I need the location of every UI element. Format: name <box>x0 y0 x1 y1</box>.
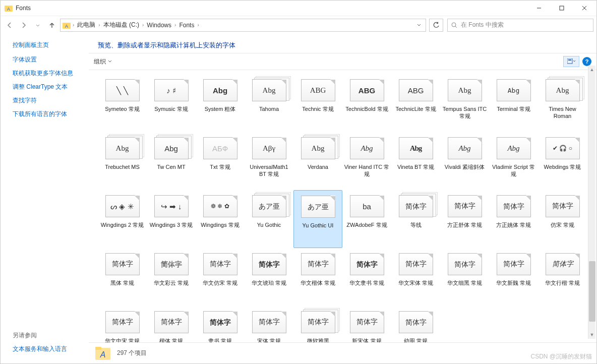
font-item[interactable]: AbgViner Hand ITC 常规 <box>342 132 391 190</box>
font-item[interactable]: 简体字仿宋 常规 <box>538 190 587 248</box>
crumb[interactable]: 本地磁盘 (C:) <box>101 21 141 29</box>
back-button[interactable] <box>4 19 16 31</box>
font-sample: 简体字 <box>552 261 573 268</box>
sidebar-link[interactable]: 调整 ClearType 文本 <box>13 83 84 91</box>
address-bar: A › 此电脑 › 本地磁盘 (C:) › Windows › Fonts › … <box>1 16 596 34</box>
font-item[interactable]: ❁ ❄ ✿Wingdings 常规 <box>196 190 245 248</box>
font-item[interactable]: 简体字华文隶书 常规 <box>342 248 391 306</box>
font-item[interactable]: 简体字华文仿宋 常规 <box>196 248 245 306</box>
sidebar-link[interactable]: 联机获取更多字体信息 <box>13 69 84 78</box>
font-label: UniversalMath1 BT 常规 <box>245 163 293 178</box>
search-input[interactable]: 在 Fonts 中搜索 <box>447 19 593 32</box>
sidebar-link[interactable]: 查找字符 <box>13 96 84 105</box>
font-item[interactable]: 简体字华文楷体 常规 <box>293 248 342 306</box>
crumb[interactable]: Fonts <box>177 22 196 29</box>
font-item[interactable]: AbgSystem 粗体 <box>196 74 245 132</box>
font-item[interactable]: ABGTechnic 常规 <box>293 74 342 132</box>
font-item[interactable]: あア亜Yu Gothic UI <box>293 190 342 248</box>
font-sample: 简体字 <box>356 261 378 268</box>
font-grid-scroll[interactable]: ╲ ╲Symeteo 常规♪ ♯Symusic 常规AbgSystem 粗体Ab… <box>89 70 596 342</box>
up-button[interactable] <box>46 19 58 31</box>
font-item[interactable]: 简体字华文细黑 常规 <box>440 248 489 306</box>
scroll-thumb[interactable] <box>589 261 595 322</box>
font-label: Technic 常规 <box>301 105 334 112</box>
maximize-button[interactable] <box>550 1 573 16</box>
chevron-right-icon[interactable]: › <box>173 22 177 28</box>
font-item[interactable]: 简体字方正舒体 常规 <box>440 190 489 248</box>
font-item[interactable]: baZWAdobeF 常规 <box>342 190 391 248</box>
font-item[interactable]: AbgTempus Sans ITC 常规 <box>440 74 489 132</box>
font-thumbnail: 简体字 <box>203 311 237 333</box>
font-item[interactable]: ΑβγUniversalMath1 BT 常规 <box>245 132 293 190</box>
sidebar-link[interactable]: 字体设置 <box>13 55 84 64</box>
font-item[interactable]: 简体字华文中宋 常规 <box>98 306 147 342</box>
font-item[interactable]: 简体字华文琥珀 常规 <box>245 248 293 306</box>
page-heading: 预览、删除或者显示和隐藏计算机上安装的字体 <box>89 34 596 53</box>
chevron-right-icon[interactable]: › <box>97 22 101 28</box>
font-item[interactable]: 简体字华文行楷 常规 <box>538 248 587 306</box>
font-sample: 简体字 <box>308 261 329 268</box>
font-thumbnail: ABG <box>350 79 384 101</box>
font-item[interactable]: 简体字隶书 常规 <box>196 306 245 342</box>
font-item[interactable]: 简体字宋体 常规 <box>245 306 293 342</box>
chevron-right-icon[interactable]: › <box>141 22 145 28</box>
font-item[interactable]: AbgVladimir Script 常规 <box>489 132 538 190</box>
sidebar-header[interactable]: 控制面板主页 <box>13 41 84 49</box>
font-item[interactable]: ✔ 🎧 ○Webdings 常规 <box>538 132 587 190</box>
font-item[interactable]: 简体字新宋体 常规 <box>342 306 391 342</box>
font-item[interactable]: ABGTechnicBold 常规 <box>342 74 391 132</box>
path-dropdown[interactable] <box>413 22 425 29</box>
font-item[interactable]: ABGTechnicLite 常规 <box>391 74 440 132</box>
font-item[interactable]: AbgTrebuchet MS <box>98 132 147 190</box>
font-sample: ABG <box>408 87 424 94</box>
font-label: 方正舒体 常规 <box>446 221 483 228</box>
font-thumbnail: Abg <box>301 137 335 159</box>
refresh-button[interactable] <box>429 19 443 32</box>
minimize-button[interactable] <box>527 1 550 16</box>
help-button[interactable]: ? <box>582 57 591 66</box>
font-item[interactable]: ╲ ╲Symeteo 常规 <box>98 74 147 132</box>
font-item[interactable]: ᔕ ◈ ✳Wingdings 2 常规 <box>98 190 147 248</box>
font-item[interactable]: 简体字方正姚体 常规 <box>489 190 538 248</box>
font-item[interactable]: ↪ ➡ ↓Wingdings 3 常规 <box>147 190 196 248</box>
breadcrumb-path[interactable]: A › 此电脑 › 本地磁盘 (C:) › Windows › Fonts › <box>60 19 426 32</box>
font-label: Tw Cen MT <box>156 163 186 170</box>
scroll-up-arrow[interactable]: ▲ <box>588 66 596 74</box>
font-item[interactable]: あア亜Yu Gothic <box>245 190 293 248</box>
font-item[interactable]: 简体字华文彩云 常规 <box>147 248 196 306</box>
sidebar-footer-link[interactable]: 文本服务和输入语言 <box>13 345 84 353</box>
font-item[interactable]: 简体字等线 <box>391 190 440 248</box>
font-item[interactable]: АБФTxt 常规 <box>196 132 245 190</box>
font-item[interactable]: 简体字楷体 常规 <box>147 306 196 342</box>
recent-dropdown[interactable] <box>32 19 44 31</box>
chevron-right-icon[interactable]: › <box>72 22 75 28</box>
crumb[interactable]: Windows <box>145 22 173 29</box>
organize-button[interactable]: 组织 <box>94 57 112 66</box>
font-item[interactable]: AbgTahoma <box>245 74 293 132</box>
close-button[interactable] <box>573 1 595 16</box>
font-item[interactable]: 简体字黑体 常规 <box>98 248 147 306</box>
font-item[interactable]: AbgTerminal 常规 <box>489 74 538 132</box>
vertical-scrollbar[interactable]: ▲ ▼ <box>588 66 595 339</box>
chevron-right-icon[interactable]: › <box>196 22 200 28</box>
scroll-down-arrow[interactable]: ▼ <box>588 331 596 339</box>
font-thumbnail: 简体字 <box>350 311 384 333</box>
font-thumbnail: ✔ 🎧 ○ <box>546 137 580 159</box>
crumb[interactable]: 此电脑 <box>75 21 97 29</box>
font-item[interactable]: AbgTimes New Roman <box>538 74 587 132</box>
font-sample: ba <box>363 203 371 210</box>
font-item[interactable]: 简体字华文宋体 常规 <box>391 248 440 306</box>
font-item[interactable]: AbgVivaldi 紧缩斜体 <box>440 132 489 190</box>
sidebar-link[interactable]: 下载所有语言的字体 <box>13 110 84 118</box>
font-thumbnail: 简体字 <box>301 253 335 275</box>
font-item[interactable]: AbgVerdana <box>293 132 342 190</box>
font-item[interactable]: 简体字微软雅黑 <box>293 306 342 342</box>
font-thumbnail: Abg <box>497 137 531 159</box>
font-item[interactable]: AbgVineta BT 常规 <box>391 132 440 190</box>
font-item[interactable]: ♪ ♯Symusic 常规 <box>147 74 196 132</box>
font-item[interactable]: 简体字华文新魏 常规 <box>489 248 538 306</box>
font-item[interactable]: 简体字幼圆 常规 <box>391 306 440 342</box>
forward-button[interactable] <box>18 19 30 31</box>
view-options-button[interactable] <box>563 56 579 67</box>
font-item[interactable]: AbgTw Cen MT <box>147 132 196 190</box>
